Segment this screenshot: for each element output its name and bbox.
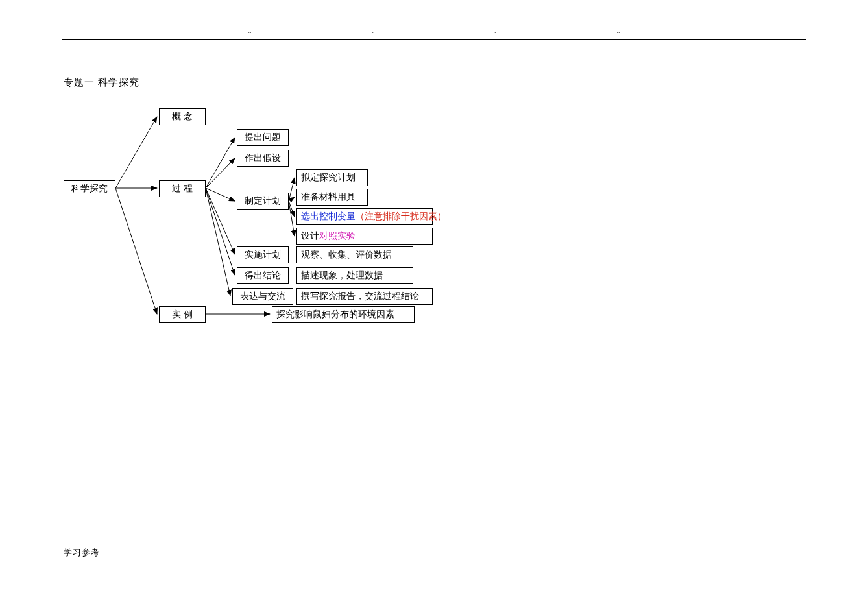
arrow [115, 188, 157, 314]
arrow [289, 201, 295, 236]
diagram: 科学探究 概 念 过 程 实 例 提出问题 作出假设 制定计划 实施计划 得出结… [0, 0, 868, 613]
arrow [289, 201, 295, 217]
arrow [206, 188, 235, 201]
page: .. . . .. 专题一 科学探究 科学探究 概 念 过 程 实 例 提出问题… [0, 0, 868, 613]
arrow [115, 117, 157, 188]
diagram-arrows [0, 0, 868, 613]
arrow [206, 188, 230, 296]
arrow [206, 188, 235, 275]
arrow [206, 188, 235, 254]
page-footer: 学习参考 [64, 547, 100, 559]
